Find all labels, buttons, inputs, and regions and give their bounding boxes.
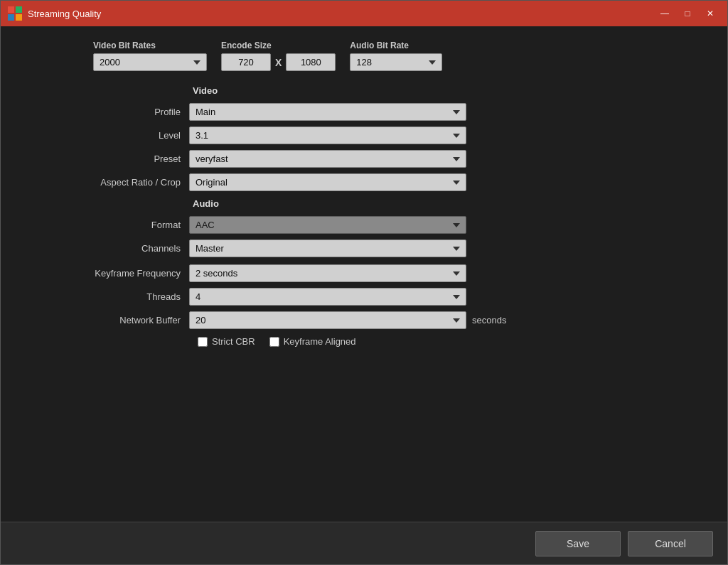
video-bit-rates-label: Video Bit Rates: [93, 41, 207, 50]
channels-control: Master Mono Stereo: [189, 240, 466, 257]
format-label: Format: [22, 220, 189, 230]
keyframe-aligned-checkbox[interactable]: [269, 337, 279, 347]
preset-row: Preset ultrafast superfast veryfast fast…: [22, 150, 706, 168]
keyframe-freq-label: Keyframe Frequency: [22, 268, 189, 279]
threads-row: Threads 1 2 3 4 6 8: [22, 288, 706, 306]
preset-label: Preset: [22, 154, 189, 164]
cancel-button[interactable]: Cancel: [628, 531, 713, 556]
channels-select[interactable]: Master Mono Stereo: [189, 240, 466, 257]
video-section: Video Profile Baseline Main High Level 3…: [22, 85, 706, 191]
save-button[interactable]: Save: [535, 531, 621, 556]
threads-label: Threads: [22, 291, 189, 302]
aspect-ratio-label: Aspect Ratio / Crop: [22, 177, 189, 188]
strict-cbr-item[interactable]: Strict CBR: [198, 336, 255, 347]
threads-control: 1 2 3 4 6 8: [189, 288, 466, 306]
aspect-ratio-select[interactable]: Original 16:9 4:3 1:1: [189, 173, 466, 191]
content-area: Video Bit Rates 500 1000 1500 2000 3000 …: [1, 26, 727, 522]
network-buffer-select[interactable]: 5 10 15 20 30 60: [189, 311, 466, 329]
aspect-ratio-control: Original 16:9 4:3 1:1: [189, 173, 466, 191]
format-select[interactable]: AAC MP3 OGG: [189, 216, 466, 234]
level-control: 3.0 3.1 3.2 4.0 4.1: [189, 127, 466, 144]
preset-control: ultrafast superfast veryfast faster fast…: [189, 150, 466, 168]
threads-select[interactable]: 1 2 3 4 6 8: [189, 288, 466, 306]
main-window: Streaming Quality — □ ✕ Video Bit Rates …: [0, 0, 728, 565]
encode-size-label: Encode Size: [221, 41, 336, 50]
strict-cbr-checkbox[interactable]: [198, 337, 208, 347]
window-title: Streaming Quality: [28, 9, 655, 19]
encode-size-group: Encode Size 720 X 1080: [221, 41, 336, 71]
keyframe-aligned-item[interactable]: Keyframe Aligned: [269, 336, 356, 347]
keyframe-freq-row: Keyframe Frequency 0 seconds 1 seconds 2…: [22, 264, 706, 282]
format-control: AAC MP3 OGG: [189, 216, 466, 234]
strict-cbr-label: Strict CBR: [212, 336, 255, 347]
audio-bit-rate-label: Audio Bit Rate: [350, 41, 442, 50]
format-row: Format AAC MP3 OGG: [22, 216, 706, 234]
maximize-button[interactable]: □: [678, 6, 697, 21]
keyframe-freq-select[interactable]: 0 seconds 1 seconds 2 seconds 3 seconds …: [189, 264, 466, 282]
level-select[interactable]: 3.0 3.1 3.2 4.0 4.1: [189, 127, 466, 144]
top-controls-row: Video Bit Rates 500 1000 1500 2000 3000 …: [22, 41, 706, 71]
channels-row: Channels Master Mono Stereo: [22, 240, 706, 257]
level-label: Level: [22, 130, 189, 141]
video-bit-rates-select[interactable]: 500 1000 1500 2000 3000 4000 5000 6000: [93, 53, 207, 71]
aspect-ratio-row: Aspect Ratio / Crop Original 16:9 4:3 1:…: [22, 173, 706, 191]
profile-row: Profile Baseline Main High: [22, 103, 706, 121]
audio-section: Audio Format AAC MP3 OGG Channels Master: [22, 198, 706, 257]
window-controls: — □ ✕: [655, 6, 720, 21]
network-buffer-row: Network Buffer 5 10 15 20 30 60 seconds: [22, 311, 706, 329]
channels-label: Channels: [22, 243, 189, 254]
title-bar: Streaming Quality — □ ✕: [1, 1, 727, 26]
minimize-button[interactable]: —: [655, 6, 675, 21]
app-icon: [8, 6, 22, 21]
keyframe-freq-control: 0 seconds 1 seconds 2 seconds 3 seconds …: [189, 264, 466, 282]
audio-bit-rate-group: Audio Bit Rate 64 96 128 160 192 256 320: [350, 41, 442, 71]
close-button[interactable]: ✕: [700, 6, 720, 21]
encode-size-inputs: 720 X 1080: [221, 53, 336, 71]
video-bit-rates-group: Video Bit Rates 500 1000 1500 2000 3000 …: [93, 41, 207, 71]
profile-control: Baseline Main High: [189, 103, 466, 121]
encode-height-input[interactable]: 1080: [286, 53, 336, 71]
encode-width-input[interactable]: 720: [221, 53, 271, 71]
network-buffer-label: Network Buffer: [22, 315, 189, 325]
encode-x-separator: X: [275, 57, 282, 68]
extra-section: Keyframe Frequency 0 seconds 1 seconds 2…: [22, 264, 706, 347]
network-buffer-control: 5 10 15 20 30 60 seconds: [189, 311, 506, 329]
audio-bit-rate-select[interactable]: 64 96 128 160 192 256 320: [350, 53, 442, 71]
seconds-label: seconds: [472, 315, 506, 325]
profile-label: Profile: [22, 107, 189, 117]
profile-select[interactable]: Baseline Main High: [189, 103, 466, 121]
keyframe-aligned-label: Keyframe Aligned: [284, 336, 356, 347]
preset-select[interactable]: ultrafast superfast veryfast faster fast…: [189, 150, 466, 168]
footer: Save Cancel: [1, 522, 727, 564]
audio-section-title: Audio: [193, 198, 706, 209]
video-section-title: Video: [193, 85, 706, 96]
level-row: Level 3.0 3.1 3.2 4.0 4.1: [22, 127, 706, 144]
checkbox-group: Strict CBR Keyframe Aligned: [22, 336, 706, 347]
